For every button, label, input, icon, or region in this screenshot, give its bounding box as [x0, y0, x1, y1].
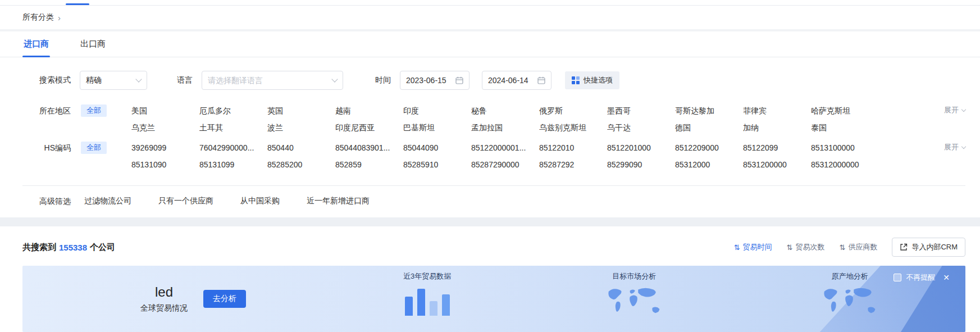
date-start-picker[interactable]	[400, 71, 470, 90]
region-expand-button[interactable]: 展开	[944, 105, 965, 115]
card-title: 目标市场分析	[612, 271, 656, 281]
dismiss-control: 不再提醒 ✕	[894, 272, 950, 283]
results-count: 155338	[59, 243, 87, 252]
hscode-option[interactable]: 85122010	[539, 142, 607, 154]
date-start-input[interactable]	[406, 76, 451, 85]
language-select[interactable]	[202, 71, 343, 90]
region-option[interactable]: 墨西哥	[607, 104, 675, 117]
advanced-option[interactable]: 从中国采购	[240, 196, 280, 206]
analyze-button[interactable]: 去分析	[203, 290, 246, 308]
hscode-option[interactable]: 85285200	[267, 158, 335, 171]
hscode-option[interactable]: 85131099	[199, 158, 267, 171]
hscode-all-chip[interactable]: 全部	[81, 142, 107, 154]
sort-button[interactable]: ⇅ 贸易时间	[734, 242, 772, 252]
hscode-option[interactable]: 850440	[267, 142, 335, 154]
sort-button[interactable]: ⇅ 供应商数	[839, 242, 877, 252]
found-prefix: 共搜索到	[22, 242, 56, 253]
import-crm-button[interactable]: 导入内部CRM	[892, 238, 965, 257]
hscode-option[interactable]: 85299090	[607, 158, 675, 171]
hscode-option[interactable]: 85122000001...	[471, 142, 539, 154]
region-all-chip[interactable]: 全部	[81, 104, 107, 117]
region-option[interactable]: 秘鲁	[471, 104, 539, 117]
sort-icon: ⇅	[839, 243, 845, 252]
sort-button[interactable]: ⇅ 贸易次数	[787, 242, 825, 252]
region-option[interactable]: 加纳	[743, 121, 811, 134]
hscode-option[interactable]: 85122099	[743, 142, 811, 154]
advanced-option[interactable]: 近一年新增进口商	[307, 196, 370, 206]
search-keyword: led	[140, 284, 188, 300]
hscode-option[interactable]: 85285910	[403, 158, 471, 171]
hscode-option[interactable]: 85312000	[675, 158, 743, 171]
tab[interactable]: 进口商	[22, 31, 50, 57]
breadcrumb-chevron-icon: ›	[58, 13, 61, 22]
region-option[interactable]: 印度尼西亚	[335, 121, 403, 134]
region-option[interactable]: 泰国	[811, 121, 879, 134]
hscode-option[interactable]: 8512201000	[607, 142, 675, 154]
advanced-option[interactable]: 过滤物流公司	[84, 196, 131, 206]
advanced-option[interactable]: 只有一个供应商	[158, 196, 213, 206]
calendar-icon	[537, 76, 545, 84]
region-row-1: 美国厄瓜多尔英国越南印度秘鲁俄罗斯墨西哥哥斯达黎加菲律宾哈萨克斯坦	[131, 104, 879, 117]
hscode-option[interactable]: 76042990000...	[199, 142, 267, 154]
quick-options-icon	[572, 76, 580, 84]
hscode-option[interactable]: 85131090	[131, 158, 199, 171]
region-option[interactable]: 印度	[403, 104, 471, 117]
chevron-down-icon	[331, 76, 338, 82]
search-mode-value: 精确	[86, 75, 102, 85]
region-option[interactable]: 厄瓜多尔	[199, 104, 267, 117]
region-option[interactable]: 英国	[267, 104, 335, 117]
advanced-options: 过滤物流公司只有一个供应商从中国采购近一年新增进口商	[84, 196, 370, 206]
hscode-expand-button[interactable]: 展开	[944, 142, 965, 152]
region-option[interactable]: 美国	[131, 104, 199, 117]
tab[interactable]: 出口商	[79, 31, 107, 57]
hscode-option[interactable]: 85287290000	[471, 158, 539, 171]
region-option[interactable]: 乌兹别克斯坦	[539, 121, 607, 134]
region-options: 美国厄瓜多尔英国越南印度秘鲁俄罗斯墨西哥哥斯达黎加菲律宾哈萨克斯坦 乌克兰土耳其…	[131, 104, 879, 134]
hscode-option[interactable]: 85044090	[403, 142, 471, 154]
region-filter-row: 所在地区 全部 美国厄瓜多尔英国越南印度秘鲁俄罗斯墨西哥哥斯达黎加菲律宾哈萨克斯…	[0, 104, 980, 134]
date-end-input[interactable]	[488, 76, 533, 85]
region-option[interactable]: 乌克兰	[131, 121, 199, 134]
quick-options-button[interactable]: 快捷选项	[565, 71, 619, 89]
language-label: 语言	[177, 75, 193, 85]
hscode-filter-row: HS编码 全部 3926909976042990000...8504408504…	[0, 142, 980, 171]
sort-icon: ⇅	[787, 243, 793, 252]
region-option[interactable]: 乌干达	[607, 121, 675, 134]
region-option[interactable]: 巴基斯坦	[403, 121, 471, 134]
close-icon[interactable]: ✕	[943, 273, 950, 282]
search-mode-select[interactable]: 精确	[80, 71, 147, 90]
region-option[interactable]: 越南	[335, 104, 403, 117]
results-toolbar: ⇅ 贸易时间 ⇅ 贸易次数 ⇅ 供应商数 导入内部CRM	[734, 238, 965, 257]
hscode-option[interactable]: 8513100000	[811, 142, 879, 154]
expand-label: 展开	[944, 105, 959, 115]
region-option[interactable]: 哈萨克斯坦	[811, 104, 879, 117]
region-option[interactable]: 波兰	[267, 121, 335, 134]
breadcrumb[interactable]: 所有分类	[22, 12, 54, 22]
card-title: 原产地分析	[832, 271, 868, 281]
hscode-option[interactable]: 85312000000	[811, 158, 879, 171]
date-end-picker[interactable]	[482, 71, 551, 90]
hscode-row-1: 3926909976042990000...85044085044083901.…	[131, 142, 879, 154]
hscode-option[interactable]: 85287292	[539, 158, 607, 171]
region-option[interactable]: 哥斯达黎加	[675, 104, 743, 117]
quick-options-label: 快捷选项	[584, 75, 613, 85]
promo-banner: led 全球贸易情况 去分析 近3年贸易数据 目标市场分析	[22, 266, 965, 332]
hscode-option[interactable]: 85044083901...	[335, 142, 403, 154]
top-tab-indicator	[66, 3, 89, 5]
region-option[interactable]: 菲律宾	[743, 104, 811, 117]
region-option[interactable]: 孟加拉国	[471, 121, 539, 134]
region-option[interactable]: 土耳其	[199, 121, 267, 134]
region-option[interactable]: 俄罗斯	[539, 104, 607, 117]
import-crm-icon	[900, 243, 908, 251]
origin-analysis-card: 原产地分析	[818, 266, 881, 319]
language-input[interactable]	[208, 76, 328, 85]
found-suffix: 个公司	[90, 242, 115, 253]
hscode-option[interactable]: 8531200000	[743, 158, 811, 171]
world-map-illustration	[603, 286, 666, 319]
dont-remind-checkbox[interactable]	[894, 274, 901, 281]
region-option[interactable]: 德国	[675, 121, 743, 134]
hscode-option[interactable]: 852859	[335, 158, 403, 171]
hscode-option[interactable]: 8512209000	[675, 142, 743, 154]
hscode-option[interactable]: 39269099	[131, 142, 199, 154]
sort-label: 贸易次数	[795, 242, 824, 252]
